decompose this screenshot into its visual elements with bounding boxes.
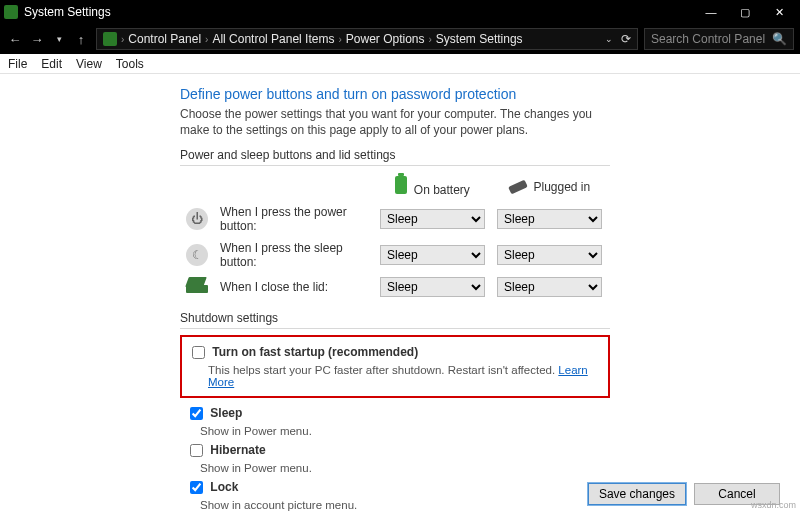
chevron-right-icon: › bbox=[338, 34, 341, 45]
sleep-button-icon: ☾ bbox=[186, 244, 208, 266]
close-button[interactable]: ✕ bbox=[762, 0, 796, 24]
sleep-title: Sleep bbox=[210, 406, 242, 420]
menu-file[interactable]: File bbox=[8, 57, 27, 71]
menu-edit[interactable]: Edit bbox=[41, 57, 62, 71]
hibernate-title: Hibernate bbox=[210, 443, 265, 457]
hibernate-desc: Show in Power menu. bbox=[200, 462, 610, 474]
lock-desc: Show in account picture menu. bbox=[200, 499, 610, 511]
save-changes-button[interactable]: Save changes bbox=[588, 483, 686, 505]
page-intro: Choose the power settings that you want … bbox=[180, 106, 620, 138]
power-table: On battery Plugged in ⏻ When I press the… bbox=[180, 172, 608, 301]
app-icon bbox=[4, 5, 18, 19]
crumb-3[interactable]: System Settings bbox=[436, 32, 523, 46]
power-button-icon: ⏻ bbox=[186, 208, 208, 230]
content-area: Define power buttons and turn on passwor… bbox=[0, 74, 800, 511]
fast-startup-title: Turn on fast startup (recommended) bbox=[212, 345, 418, 359]
row-lid-label: When I close the lid: bbox=[214, 273, 374, 301]
search-placeholder: Search Control Panel bbox=[651, 32, 765, 46]
battery-icon bbox=[395, 176, 407, 194]
minimize-button[interactable]: — bbox=[694, 0, 728, 24]
menubar: File Edit View Tools bbox=[0, 54, 800, 74]
titlebar: System Settings — ▢ ✕ bbox=[0, 0, 800, 24]
sleep-checkbox[interactable] bbox=[190, 407, 203, 420]
breadcrumb[interactable]: › Control Panel › All Control Panel Item… bbox=[96, 28, 638, 50]
fast-startup-desc: This helps start your PC faster after sh… bbox=[208, 364, 555, 376]
chevron-right-icon: › bbox=[205, 34, 208, 45]
lid-battery-select[interactable]: Sleep bbox=[380, 277, 485, 297]
shutdown-section-head: Shutdown settings bbox=[180, 311, 610, 329]
watermark: wsxdn.com bbox=[751, 500, 796, 510]
recent-dropdown-icon[interactable]: ▾ bbox=[50, 34, 68, 44]
plug-icon bbox=[508, 179, 528, 194]
sleep-battery-select[interactable]: Sleep bbox=[380, 245, 485, 265]
chevron-right-icon: › bbox=[429, 34, 432, 45]
lock-title: Lock bbox=[210, 480, 238, 494]
crumb-1[interactable]: All Control Panel Items bbox=[212, 32, 334, 46]
maximize-button[interactable]: ▢ bbox=[728, 0, 762, 24]
breadcrumb-dropdown-icon[interactable]: ⌄ bbox=[605, 34, 613, 44]
crumb-0[interactable]: Control Panel bbox=[128, 32, 201, 46]
row-sleep-label: When I press the sleep button: bbox=[214, 237, 374, 273]
lock-checkbox[interactable] bbox=[190, 481, 203, 494]
power-plugged-select[interactable]: Sleep bbox=[497, 209, 602, 229]
page-title: Define power buttons and turn on passwor… bbox=[180, 86, 800, 102]
navbar: ← → ▾ ↑ › Control Panel › All Control Pa… bbox=[0, 24, 800, 54]
refresh-icon[interactable]: ⟳ bbox=[621, 32, 631, 46]
lid-plugged-select[interactable]: Sleep bbox=[497, 277, 602, 297]
window-title: System Settings bbox=[24, 5, 111, 19]
menu-tools[interactable]: Tools bbox=[116, 57, 144, 71]
sleep-desc: Show in Power menu. bbox=[200, 425, 610, 437]
location-icon bbox=[103, 32, 117, 46]
sleep-plugged-select[interactable]: Sleep bbox=[497, 245, 602, 265]
back-button[interactable]: ← bbox=[6, 32, 24, 47]
search-icon[interactable]: 🔍 bbox=[772, 32, 787, 46]
search-input[interactable]: Search Control Panel 🔍 bbox=[644, 28, 794, 50]
forward-button[interactable]: → bbox=[28, 32, 46, 47]
fast-startup-checkbox[interactable] bbox=[192, 346, 205, 359]
crumb-2[interactable]: Power Options bbox=[346, 32, 425, 46]
col-plugged-label: Plugged in bbox=[533, 180, 590, 194]
col-battery-label: On battery bbox=[414, 183, 470, 197]
power-battery-select[interactable]: Sleep bbox=[380, 209, 485, 229]
hibernate-checkbox[interactable] bbox=[190, 444, 203, 457]
fast-startup-highlight: Turn on fast startup (recommended) This … bbox=[180, 335, 610, 398]
power-section-head: Power and sleep buttons and lid settings bbox=[180, 148, 610, 166]
chevron-right-icon: › bbox=[121, 34, 124, 45]
lid-icon bbox=[186, 279, 208, 293]
up-button[interactable]: ↑ bbox=[72, 32, 90, 47]
row-power-label: When I press the power button: bbox=[214, 201, 374, 237]
menu-view[interactable]: View bbox=[76, 57, 102, 71]
